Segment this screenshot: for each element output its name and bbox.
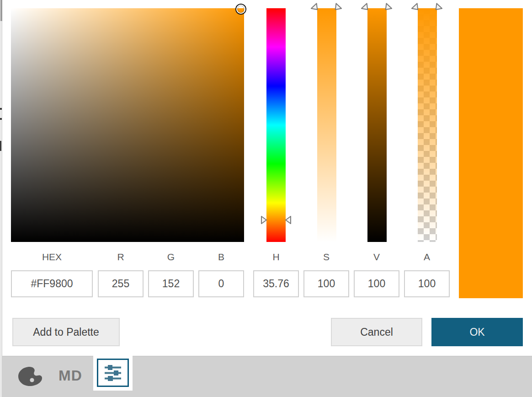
- saturation-field-group: S: [303, 251, 349, 297]
- md-tab-label: MD: [59, 367, 82, 384]
- blue-label: B: [198, 251, 244, 264]
- hex-input[interactable]: [11, 270, 93, 297]
- saturation-input[interactable]: [303, 270, 349, 297]
- hex-label: HEX: [11, 251, 93, 264]
- red-input[interactable]: [98, 270, 144, 297]
- tab-md[interactable]: MD: [53, 361, 88, 390]
- tab-palette[interactable]: [16, 363, 45, 390]
- selected-color-preview: [459, 8, 523, 298]
- alpha-field-group: A: [404, 251, 450, 297]
- value-slider[interactable]: [367, 8, 387, 242]
- picker-mode-tabbar: MD: [0, 356, 532, 397]
- cancel-button[interactable]: Cancel: [331, 318, 422, 346]
- red-label: R: [98, 251, 144, 264]
- blue-input[interactable]: [198, 270, 244, 297]
- hue-handle-right-arrow-icon[interactable]: [285, 215, 292, 225]
- saturation-slider[interactable]: [317, 8, 336, 242]
- saturation-value-panel[interactable]: [11, 8, 244, 242]
- screen-edge-artifact: [0, 0, 2, 397]
- blue-field-group: B: [198, 251, 244, 297]
- hue-label: H: [253, 251, 299, 264]
- color-cursor[interactable]: [236, 5, 245, 14]
- value-input[interactable]: [354, 270, 399, 297]
- sliders-icon: [104, 365, 122, 381]
- value-label: V: [354, 251, 399, 264]
- green-input[interactable]: [148, 270, 194, 297]
- palette-icon: [17, 366, 43, 387]
- hue-slider[interactable]: [266, 8, 286, 242]
- alpha-input[interactable]: [404, 270, 450, 297]
- value-field-group: V: [354, 251, 399, 297]
- hue-input[interactable]: [253, 270, 299, 297]
- alpha-slider[interactable]: [418, 8, 437, 242]
- tab-sliders-selected[interactable]: [93, 355, 133, 391]
- add-to-palette-button[interactable]: Add to Palette: [12, 318, 120, 346]
- hue-field-group: H: [253, 251, 299, 297]
- saturation-label: S: [303, 251, 349, 264]
- red-field-group: R: [98, 251, 144, 297]
- hex-field-group: HEX: [11, 251, 93, 297]
- ok-button[interactable]: OK: [431, 318, 523, 346]
- green-label: G: [148, 251, 194, 264]
- green-field-group: G: [148, 251, 194, 297]
- alpha-label: A: [404, 251, 450, 264]
- hue-handle-left-arrow-icon[interactable]: [261, 215, 267, 225]
